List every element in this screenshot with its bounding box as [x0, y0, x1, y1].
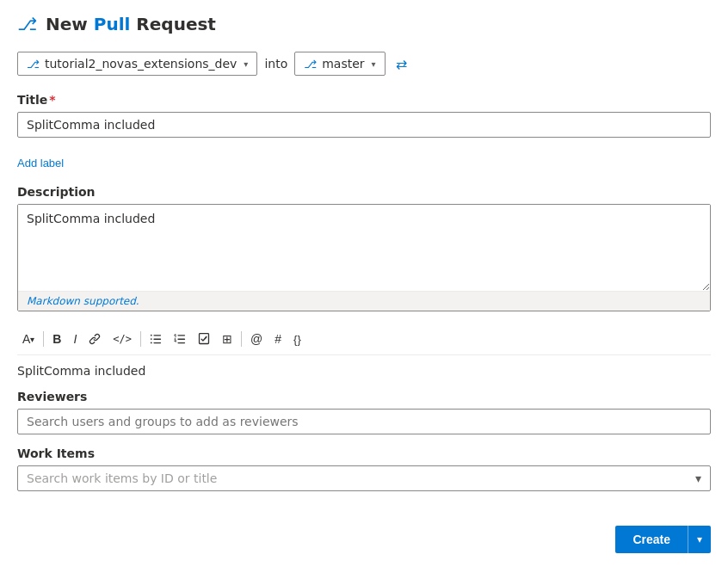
description-section: Description SplitComma included Markdown… [17, 185, 711, 311]
format-dropdown-btn[interactable]: A▾ [17, 329, 40, 349]
swap-branches-button[interactable]: ⇄ [392, 52, 410, 76]
formatting-toolbar: A▾ B I </> ⊞ @ # {} [17, 323, 711, 355]
description-label: Description [17, 185, 711, 199]
ordered-list-btn[interactable] [169, 330, 191, 348]
source-branch-icon: ⎇ [27, 58, 40, 71]
description-wrapper: SplitComma included Markdown supported. [17, 204, 711, 311]
mention-btn[interactable]: @ [245, 329, 268, 349]
source-branch-chevron: ▾ [244, 59, 248, 69]
target-branch-label: master [322, 57, 364, 71]
title-input[interactable] [17, 112, 711, 138]
footer-row: Create ▾ [17, 526, 711, 553]
heading-btn[interactable]: # [269, 329, 287, 349]
create-button[interactable]: Create [615, 526, 688, 553]
work-items-section: Work Items Search work items by ID or ti… [17, 447, 711, 491]
page-header: ⎇ New Pull Request [17, 14, 711, 34]
code-btn[interactable]: </> [108, 330, 137, 348]
diff-btn[interactable]: {} [288, 330, 306, 349]
source-branch-label: tutorial2_novas_extensions_dev [45, 57, 237, 71]
toolbar-sep-1 [43, 331, 44, 347]
work-items-dropdown[interactable]: Search work items by ID or title ▾ [17, 465, 711, 491]
preview-text: SplitComma included [17, 364, 711, 378]
toolbar-sep-2 [140, 331, 141, 347]
unordered-list-btn[interactable] [145, 330, 167, 348]
branch-selector-row: ⎇ tutorial2_novas_extensions_dev ▾ into … [17, 52, 711, 76]
bold-btn[interactable]: B [47, 329, 66, 349]
pull-request-icon: ⎇ [17, 14, 37, 34]
link-btn[interactable] [83, 330, 106, 348]
page-title: New Pull Request [46, 14, 216, 34]
reviewers-search-input[interactable] [17, 409, 711, 434]
title-label: Title * [17, 93, 711, 107]
task-list-btn[interactable] [193, 330, 215, 348]
required-indicator: * [49, 93, 55, 107]
title-section: Title * [17, 93, 711, 138]
reviewers-label: Reviewers [17, 390, 711, 403]
target-branch-selector[interactable]: ⎇ master ▾ [294, 52, 385, 76]
description-textarea[interactable]: SplitComma included [18, 205, 710, 291]
create-dropdown-button[interactable]: ▾ [688, 526, 711, 553]
work-items-label: Work Items [17, 447, 711, 460]
markdown-hint: Markdown supported. [18, 291, 710, 311]
target-branch-icon: ⎇ [304, 58, 317, 71]
into-label: into [264, 57, 287, 71]
work-items-placeholder: Search work items by ID or title [27, 471, 217, 485]
table-btn[interactable]: ⊞ [217, 329, 238, 349]
add-label-button[interactable]: Add label [17, 153, 64, 173]
reviewers-section: Reviewers [17, 390, 711, 434]
source-branch-selector[interactable]: ⎇ tutorial2_novas_extensions_dev ▾ [17, 52, 257, 76]
create-button-group: Create ▾ [615, 526, 711, 553]
work-items-chevron: ▾ [695, 471, 701, 485]
toolbar-sep-3 [241, 331, 242, 347]
italic-btn[interactable]: I [68, 329, 82, 349]
target-branch-chevron: ▾ [372, 59, 376, 69]
